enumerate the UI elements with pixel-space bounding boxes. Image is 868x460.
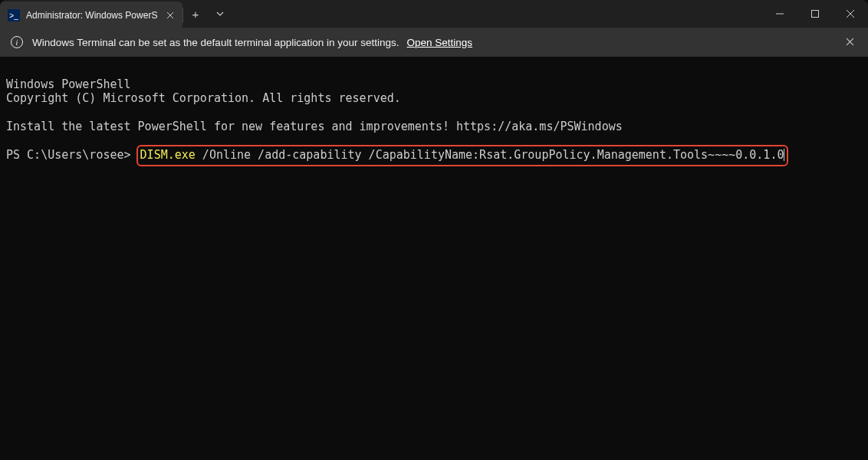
info-message: Windows Terminal can be set as the defau… — [32, 37, 399, 48]
tab-title: Administrator: Windows PowerS — [26, 10, 161, 21]
command-exe: DISM.exe — [140, 148, 196, 162]
powershell-icon: >_ — [8, 9, 20, 21]
close-tab-icon[interactable] — [164, 9, 176, 21]
maximize-button[interactable] — [797, 0, 833, 28]
svg-rect-0 — [812, 11, 819, 18]
terminal-line: Install the latest PowerShell for new fe… — [6, 120, 862, 134]
text-cursor — [784, 149, 784, 161]
tab-dropdown-button[interactable] — [208, 0, 232, 28]
close-info-icon[interactable] — [843, 33, 857, 51]
info-bar: i Windows Terminal can be set as the def… — [0, 28, 868, 57]
command-args: /Online /add-capability /CapabilityName:… — [196, 148, 784, 162]
terminal-output[interactable]: Windows PowerShellCopyright (C) Microsof… — [0, 57, 868, 182]
terminal-line: Windows PowerShell — [6, 77, 862, 92]
open-settings-link[interactable]: Open Settings — [407, 37, 473, 48]
minimize-button[interactable] — [762, 0, 797, 28]
title-bar: >_ Administrator: Windows PowerS + — [0, 0, 868, 28]
prompt-text: PS C:\Users\rosee> — [6, 148, 131, 162]
info-icon: i — [11, 36, 23, 48]
highlighted-command: DISM.exe /Online /add-capability /Capabi… — [136, 145, 789, 166]
active-tab[interactable]: >_ Administrator: Windows PowerS — [0, 2, 182, 29]
terminal-prompt-line: PS C:\Users\rosee> DISM.exe /Online /add… — [6, 148, 862, 163]
window-controls — [762, 0, 868, 28]
new-tab-button[interactable]: + — [183, 0, 208, 28]
close-window-button[interactable] — [833, 0, 868, 28]
terminal-line: Copyright (C) Microsoft Corporation. All… — [6, 91, 862, 106]
